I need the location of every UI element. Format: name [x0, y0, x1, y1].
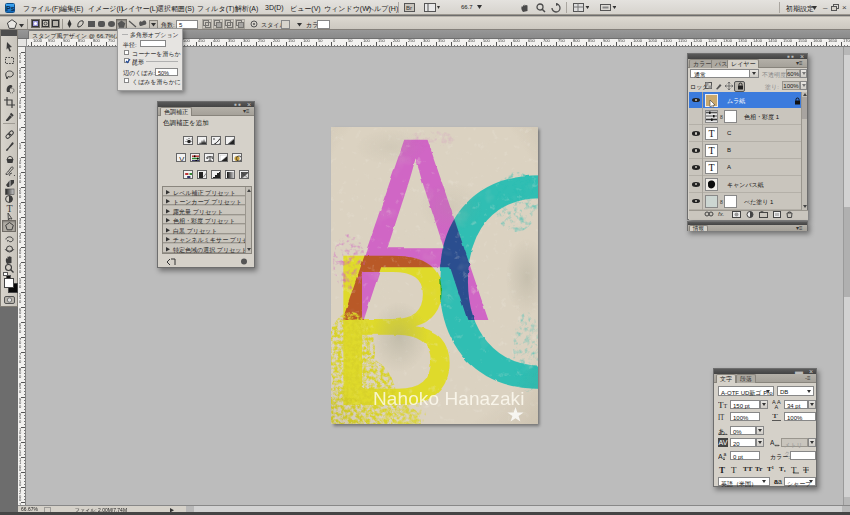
svg-text:T: T — [772, 413, 778, 420]
svg-text:AV: AV — [719, 439, 728, 446]
svg-text:A: A — [718, 453, 723, 460]
svg-text:A: A — [775, 404, 779, 409]
svg-text:A: A — [770, 439, 775, 446]
svg-text:あ: あ — [718, 428, 725, 436]
svg-text:a: a — [724, 451, 727, 457]
svg-text:T: T — [724, 403, 728, 409]
svg-text:IT: IT — [718, 413, 725, 421]
svg-text:Br: Br — [406, 5, 412, 11]
svg-text:V: V — [179, 155, 184, 162]
